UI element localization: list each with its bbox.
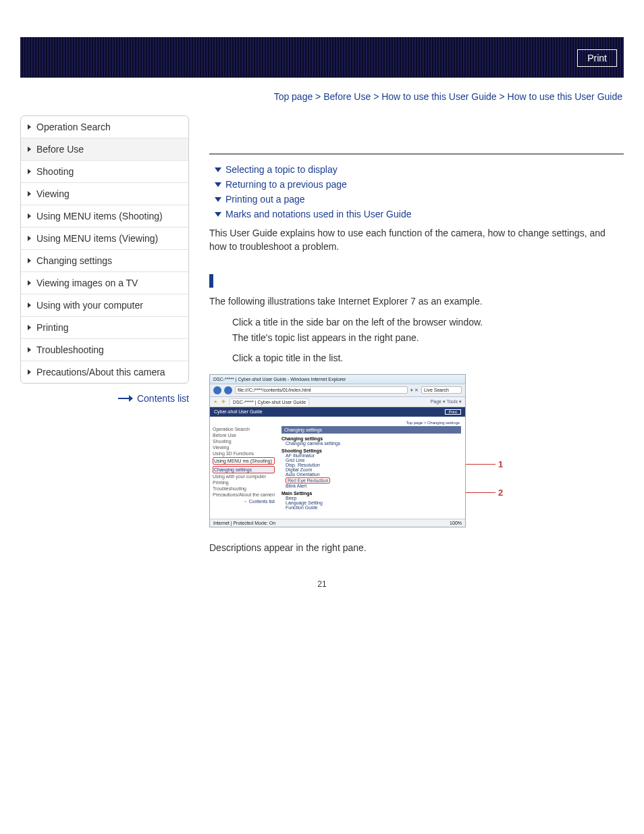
ie-sub-link: Changing camera settings — [286, 441, 461, 446]
ie-link: Disp. Resolution — [286, 463, 461, 467]
caret-down-icon — [215, 212, 221, 217]
caret-right-icon — [28, 303, 31, 308]
callout-line-icon — [466, 464, 495, 465]
back-icon — [213, 386, 221, 394]
ie-group-heading: Main Settings — [281, 491, 461, 496]
step-text: Click a title in the side bar on the lef… — [232, 315, 624, 330]
callout-line-icon — [466, 492, 495, 493]
breadcrumb-link[interactable]: Top page — [274, 91, 313, 102]
ie-group-heading: Shooting Settings — [281, 448, 461, 453]
ie-tab: DSC-***** | Cyber-shot User Guide — [230, 398, 309, 405]
sidebar-item-label: Using MENU items (Shooting) — [36, 211, 163, 221]
sidebar-item-label: Using MENU items (Viewing) — [36, 233, 158, 244]
ie-side-item: Troubleshooting — [213, 486, 275, 492]
anchor-label: Printing out a page — [225, 194, 305, 205]
caret-right-icon — [28, 369, 31, 375]
sidebar-item-menu-viewing[interactable]: Using MENU items (Viewing) — [21, 228, 188, 250]
caret-right-icon — [28, 147, 31, 152]
ie-link: Grid Line — [286, 458, 461, 463]
sidebar-item-precautions[interactable]: Precautions/About this camera — [21, 361, 188, 383]
ie-link: Digital Zoom — [286, 467, 461, 472]
divider — [209, 153, 624, 155]
step-text: Click a topic title in the list. — [232, 351, 624, 366]
sidebar-item-operation-search[interactable]: Operation Search — [21, 116, 188, 138]
sidebar-item-label: Before Use — [36, 144, 84, 155]
sidebar-item-label: Shooting — [36, 166, 74, 177]
sidebar-nav: Operation Search Before Use Shooting Vie… — [20, 115, 189, 384]
ie-block-heading: Changing settings — [281, 426, 461, 434]
sidebar-item-shooting[interactable]: Shooting — [21, 161, 188, 183]
sidebar-item-printing[interactable]: Printing — [21, 317, 188, 339]
intro-text: This User Guide explains how to use each… — [209, 226, 624, 254]
caret-right-icon — [28, 236, 31, 241]
step-text: The title's topic list appears in the ri… — [232, 331, 624, 346]
ie-side-item: Using with your computer — [213, 473, 275, 479]
breadcrumb-current: How to use this User Guide — [508, 91, 622, 102]
favorites-icon: ★ — [213, 399, 217, 405]
ie-link: Language Setting — [286, 500, 461, 505]
search-hint: ▾ ✕ — [410, 388, 419, 393]
anchor-link[interactable]: Printing out a page — [215, 194, 624, 205]
print-button[interactable]: Print — [577, 49, 617, 67]
sidebar-item-menu-shooting[interactable]: Using MENU items (Shooting) — [21, 205, 188, 228]
sidebar-item-label: Using with your computer — [36, 300, 143, 311]
page-anchor-links: Selecting a topic to display Returning t… — [215, 164, 624, 219]
ie-window: DSC-***** | Cyber-shot User Guide - Wind… — [209, 374, 466, 527]
anchor-label: Selecting a topic to display — [225, 164, 338, 175]
ie-address-bar: file:///C:/****/contents/01/index.html ▾… — [210, 384, 465, 397]
ie-side-label: ms (Shooting) — [242, 459, 272, 463]
ie-inner-print: Print — [445, 409, 461, 415]
sidebar-item-changing-settings[interactable]: Changing settings — [21, 250, 188, 272]
section-marker-icon — [209, 274, 213, 288]
contents-list-link[interactable]: Contents list — [20, 393, 189, 404]
sidebar-item-troubleshooting[interactable]: Troubleshooting — [21, 339, 188, 361]
anchor-label: Marks and notations used in this User Gu… — [225, 209, 411, 219]
sidebar-item-label: Precautions/About this camera — [36, 367, 165, 377]
ie-side-item: Precautions/About the camera — [213, 492, 275, 498]
ie-side-item: Using 3D Functions — [213, 450, 275, 457]
ie-side-highlight-2: Changing settings — [213, 466, 275, 473]
illustration: DSC-***** | Cyber-shot User Guide - Wind… — [209, 374, 624, 527]
ie-inner-header: Cyber-shot User Guide Print — [210, 407, 465, 417]
ie-link: Function Guide — [286, 505, 461, 510]
ie-inner-sidebar: Operation Search Before Use Shooting Vie… — [210, 407, 277, 519]
sidebar-item-computer[interactable]: Using with your computer — [21, 294, 188, 317]
anchor-link[interactable]: Marks and notations used in this User Gu… — [215, 209, 624, 219]
ie-side-label: Using MENU — [214, 459, 241, 463]
caret-down-icon — [215, 167, 221, 172]
caret-right-icon — [28, 213, 31, 219]
ie-content: Cyber-shot User Guide Print Top page > C… — [210, 407, 465, 519]
ie-link: Blink Alert — [286, 484, 461, 488]
ie-side-item: Viewing — [213, 444, 275, 450]
callout-1: 1 — [466, 459, 503, 469]
caret-right-icon — [28, 169, 31, 174]
sidebar-item-tv[interactable]: Viewing images on a TV — [21, 272, 188, 294]
breadcrumb-link[interactable]: Before Use — [323, 91, 371, 102]
breadcrumb-link[interactable]: How to use this User Guide — [381, 91, 496, 102]
ie-side-item: Operation Search — [213, 426, 275, 432]
caret-right-icon — [28, 124, 31, 130]
caret-down-icon — [215, 197, 221, 202]
callout-number: 1 — [498, 459, 503, 469]
header-banner: Print — [20, 37, 624, 78]
ie-link: AF Illuminator — [286, 453, 461, 458]
sidebar-item-label: Viewing images on a TV — [36, 278, 138, 288]
sidebar-item-before-use[interactable]: Before Use — [21, 138, 188, 161]
ie-status-left: Internet | Protected Mode: On — [213, 521, 275, 525]
ie-link-highlight: Red Eye Reduction — [286, 477, 330, 484]
ie-side-highlight-1: Using MENU ms (Shooting) — [213, 457, 275, 465]
sidebar-item-label: Troubleshooting — [36, 344, 104, 355]
ie-inner-breadcrumb: Top page > Changing settings — [406, 421, 460, 425]
anchor-link[interactable]: Returning to a previous page — [215, 179, 624, 190]
callout-number: 2 — [498, 488, 503, 498]
caret-right-icon — [28, 258, 31, 263]
anchor-label: Returning to a previous page — [225, 179, 347, 190]
sidebar-item-label: Operation Search — [36, 122, 111, 132]
anchor-link[interactable]: Selecting a topic to display — [215, 164, 624, 175]
caret-right-icon — [28, 325, 31, 330]
ie-link: Auto Orientation — [286, 472, 461, 477]
ie-title-bar: DSC-***** | Cyber-shot User Guide - Wind… — [210, 375, 465, 384]
forward-icon — [224, 386, 232, 394]
sidebar-item-viewing[interactable]: Viewing — [21, 183, 188, 205]
step-block: Click a title in the side bar on the lef… — [232, 315, 624, 366]
